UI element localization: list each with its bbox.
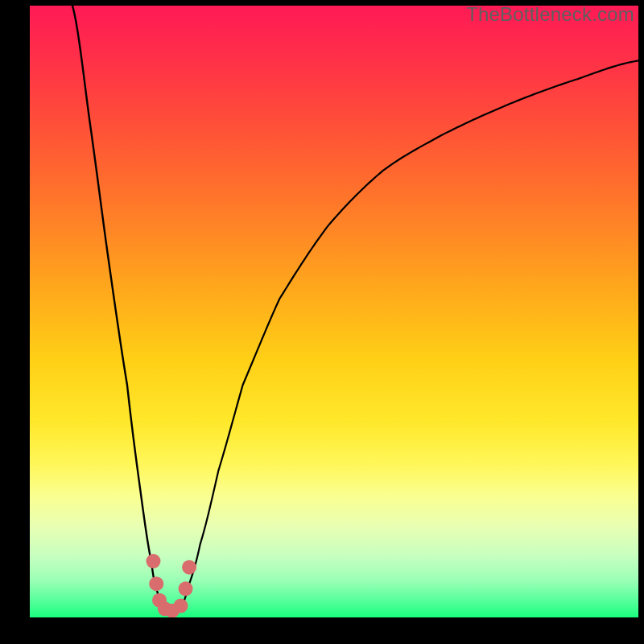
bottleneck-curve — [72, 6, 638, 611]
marker-dot — [182, 560, 196, 575]
chart-frame: TheBottleneck.com — [0, 0, 644, 644]
curves-layer — [30, 6, 638, 617]
marker-dot — [173, 599, 188, 613]
watermark-text: TheBottleneck.com — [466, 3, 634, 26]
plot-area — [30, 6, 638, 617]
marker-dot — [179, 581, 193, 596]
marker-dot — [149, 576, 163, 591]
pink-marker-group — [146, 554, 196, 617]
marker-dot — [146, 554, 160, 568]
